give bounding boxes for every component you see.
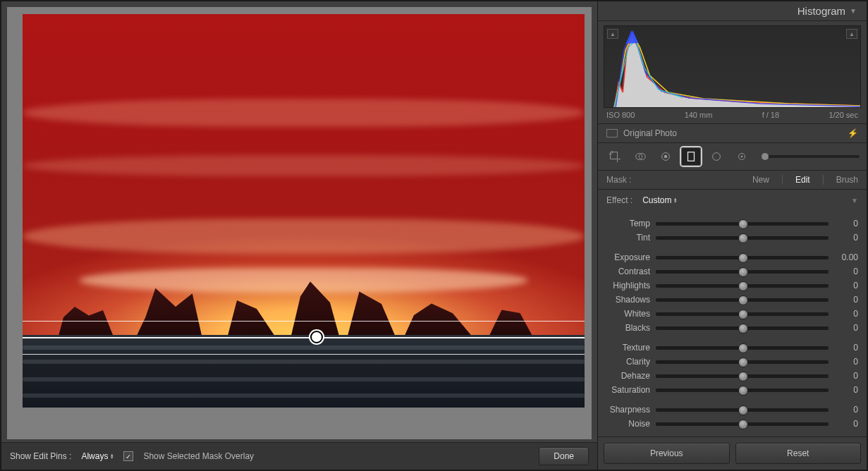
slider-track[interactable] (656, 236, 829, 240)
image-viewport[interactable] (7, 7, 592, 439)
slider-thumb[interactable] (738, 372, 748, 381)
meta-focal: 140 mm (685, 111, 713, 119)
slider-value[interactable]: 0 (834, 233, 858, 243)
histogram[interactable]: ▲ ▲ (604, 25, 861, 108)
slider-track[interactable] (656, 256, 829, 259)
slider-track[interactable] (656, 422, 829, 426)
crop-tool[interactable] (605, 147, 625, 166)
effect-disclosure-icon[interactable]: ▼ (851, 197, 858, 204)
slider-noise[interactable]: Noise0 (606, 417, 858, 431)
slider-value[interactable]: 0 (834, 219, 858, 228)
slider-thumb[interactable] (738, 295, 748, 305)
show-edit-pins-select[interactable]: Always ▴▾ (81, 451, 114, 461)
slider-track[interactable] (656, 298, 829, 302)
spot-tool[interactable] (630, 147, 650, 166)
slider-label: Saturation (606, 385, 650, 395)
gradient-guide-top[interactable] (23, 321, 585, 322)
slider-value[interactable]: 0 (834, 323, 858, 333)
previous-button[interactable]: Previous (604, 443, 730, 464)
slider-thumb[interactable] (738, 219, 748, 229)
slider-track[interactable] (656, 374, 829, 378)
slider-track[interactable] (656, 270, 829, 274)
done-button[interactable]: Done (539, 447, 589, 465)
slider-thumb[interactable] (738, 253, 748, 263)
overlay-label: Show Selected Mask Overlay (143, 451, 254, 461)
gradient-guide-mid[interactable] (23, 337, 585, 338)
slider-blacks[interactable]: Blacks0 (606, 321, 858, 335)
svg-rect-0 (611, 152, 618, 159)
slider-dehaze[interactable]: Dehaze0 (606, 369, 858, 383)
updown-icon: ▴▾ (674, 197, 677, 203)
clip-shadows-icon[interactable]: ▲ (607, 29, 618, 39)
slider-sharpness[interactable]: Sharpness0 (606, 403, 858, 417)
slider-label: Shadows (606, 295, 650, 305)
slider-highlights[interactable]: Highlights0 (606, 279, 858, 293)
slider-clarity[interactable]: Clarity0 (606, 355, 858, 369)
updown-icon: ▴▾ (111, 453, 114, 459)
slider-value[interactable]: 0 (834, 295, 858, 305)
slider-texture[interactable]: Texture0 (606, 341, 858, 355)
clip-highlights-icon[interactable]: ▲ (846, 29, 857, 39)
meta-aperture: f / 18 (762, 111, 779, 119)
gradient-pin[interactable] (310, 331, 323, 343)
radial-tool[interactable] (707, 147, 726, 166)
slider-track[interactable] (656, 389, 829, 392)
slider-label: Exposure (606, 252, 650, 262)
slider-value[interactable]: 0 (834, 309, 858, 319)
slider-contrast[interactable]: Contrast0 (606, 264, 858, 279)
slider-value[interactable]: 0 (834, 405, 858, 415)
flash-icon[interactable]: ⚡ (848, 128, 858, 138)
original-photo-row[interactable]: Original Photo ⚡ (598, 124, 867, 143)
slider-value[interactable]: 0 (834, 371, 858, 381)
slider-tint[interactable]: Tint0 (606, 231, 858, 245)
effect-select[interactable]: Custom ▴▾ (642, 195, 677, 205)
slider-thumb[interactable] (738, 405, 748, 415)
mask-tab-brush[interactable]: Brush (836, 175, 858, 185)
reset-button[interactable]: Reset (735, 443, 862, 464)
slider-whites[interactable]: Whites0 (606, 307, 858, 321)
panel-buttons: Previous Reset (598, 436, 867, 470)
slider-value[interactable]: 0 (834, 343, 858, 353)
slider-thumb[interactable] (738, 386, 748, 396)
slider-thumb[interactable] (738, 420, 748, 429)
sliders-panel: Temp0Tint0Exposure0.00Contrast0Highlight… (598, 211, 867, 436)
slider-shadows[interactable]: Shadows0 (606, 293, 858, 307)
slider-track[interactable] (656, 408, 829, 412)
slider-thumb[interactable] (738, 343, 748, 353)
slider-label: Contrast (606, 267, 650, 276)
slider-value[interactable]: 0 (834, 267, 858, 276)
mask-tab-new[interactable]: New (752, 175, 769, 185)
slider-thumb[interactable] (738, 310, 748, 319)
slider-track[interactable] (656, 312, 829, 316)
slider-label: Sharpness (606, 405, 650, 415)
overlay-checkbox[interactable]: ✓ (123, 451, 133, 461)
slider-track[interactable] (656, 222, 829, 226)
gradient-guide-bottom[interactable] (23, 354, 585, 355)
slider-temp[interactable]: Temp0 (606, 216, 858, 231)
slider-thumb[interactable] (738, 324, 748, 334)
slider-exposure[interactable]: Exposure0.00 (606, 250, 858, 264)
brush-tool[interactable] (732, 147, 752, 166)
slider-thumb[interactable] (738, 233, 748, 243)
original-photo-icon (606, 129, 618, 137)
gradient-tool[interactable] (681, 147, 701, 166)
slider-track[interactable] (656, 284, 829, 288)
slider-track[interactable] (656, 346, 829, 350)
histogram-header[interactable]: Histogram ▼ (598, 1, 867, 21)
slider-thumb[interactable] (738, 267, 748, 277)
slider-thumb[interactable] (738, 357, 748, 367)
mask-tab-edit[interactable]: Edit (795, 175, 810, 185)
slider-track[interactable] (656, 360, 829, 364)
slider-thumb[interactable] (738, 281, 748, 291)
slider-saturation[interactable]: Saturation0 (606, 383, 858, 397)
redeye-tool[interactable] (656, 147, 676, 166)
slider-value[interactable]: 0.00 (834, 252, 858, 262)
slider-value[interactable]: 0 (834, 357, 858, 367)
slider-track[interactable] (656, 326, 829, 330)
slider-value[interactable]: 0 (834, 385, 858, 395)
tool-amount-slider[interactable] (762, 155, 860, 158)
slider-value[interactable]: 0 (834, 419, 858, 429)
effect-row: Effect : Custom ▴▾ ▼ (598, 190, 867, 211)
slider-value[interactable]: 0 (834, 281, 858, 290)
photo-metadata: ISO 800 140 mm f / 18 1/20 sec (598, 108, 867, 124)
